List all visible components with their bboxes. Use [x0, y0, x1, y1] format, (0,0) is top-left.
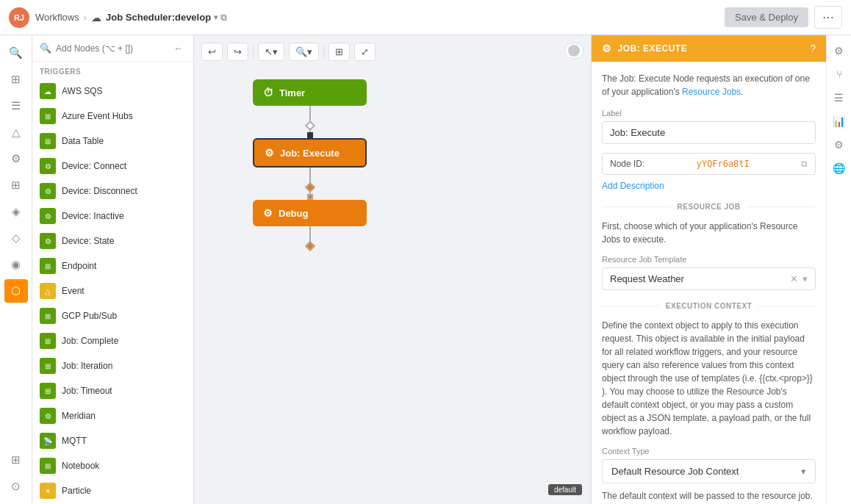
nav-nodes-icon[interactable]: ⬡ [4, 279, 28, 303]
device-disconnect-icon: ⚙ [40, 183, 56, 199]
nav-layers-icon[interactable]: ☰ [4, 94, 28, 118]
sidebar-item-device-disconnect[interactable]: ⚙ Device: Disconnect [32, 179, 193, 204]
sidebar-item-label: Particle [62, 486, 91, 496]
sidebar-nav-arrows: ← → [170, 41, 194, 55]
sidebar-item-job-timeout[interactable]: ⊞ Job: Timeout [32, 378, 193, 403]
sidebar-item-device-state[interactable]: ⚙ Device: State [32, 228, 193, 253]
sidebar-back-button[interactable]: ← [170, 41, 186, 55]
sidebar-item-notebook[interactable]: ⊞ Notebook [32, 453, 193, 478]
aws-sqs-icon: ☁ [40, 83, 56, 99]
more-options-button[interactable]: ⋯ [814, 6, 842, 29]
sidebar-item-label: Job: Iteration [62, 361, 112, 371]
far-right-globe-icon[interactable]: 🌐 [830, 159, 849, 178]
sidebar-item-data-table[interactable]: ⊞ Data Table [32, 129, 193, 154]
event-icon: △ [40, 283, 56, 299]
sidebar-item-label: Device: Disconnect [62, 186, 137, 196]
breadcrumb-workflows[interactable]: Workflows [35, 12, 79, 23]
canvas-nodes: ⏱ Timer ⚙ Job: Execute [253, 79, 367, 250]
sidebar-section-title: TRIGGERS [32, 62, 193, 79]
canvas-toolbar: ↩ ↪ ↖▾ 🔍▾ ⊞ ⤢ [201, 43, 376, 61]
job-complete-icon: ⊞ [40, 333, 56, 349]
cursor-tool-button[interactable]: ↖▾ [258, 43, 284, 61]
search-input[interactable] [56, 43, 166, 54]
far-right-branch-icon[interactable]: ⑂ [830, 65, 849, 84]
canvas-area[interactable]: ↩ ↪ ↖▾ 🔍▾ ⊞ ⤢ ⏱ Timer [194, 35, 591, 504]
right-panel-title-text: JOB: EXECUTE [618, 43, 688, 54]
expand-button[interactable]: ⤢ [354, 43, 376, 61]
nav-circle-icon[interactable]: ◉ [4, 253, 28, 276]
sidebar-item-mqtt[interactable]: 📡 MQTT [32, 428, 193, 453]
sidebar-item-device-connect[interactable]: ⚙ Device: Connect [32, 154, 193, 179]
sidebar-item-label: Azure Event Hubs [62, 111, 133, 121]
resource-job-template-value: Request Weather [610, 273, 684, 284]
redo-button[interactable]: ↪ [227, 43, 248, 61]
cloud-icon: ☁ [91, 12, 101, 24]
sidebar-item-event[interactable]: △ Event [32, 278, 193, 303]
timer-node-icon: ⏱ [263, 87, 273, 98]
nav-grid-icon[interactable]: ⊞ [4, 173, 28, 197]
copy-icon[interactable]: ⧉ [220, 12, 227, 23]
sidebar-item-particle[interactable]: ✴ Particle [32, 478, 193, 503]
far-right-cog-icon[interactable]: ⚙ [830, 135, 849, 154]
clear-template-button[interactable]: ✕ [790, 273, 798, 284]
save-deploy-button[interactable]: Save & Deploy [725, 7, 808, 27]
caret-down-icon[interactable]: ▾ [214, 13, 218, 21]
sidebar-item-label: Device: Inactive [62, 211, 124, 221]
nav-cog-icon[interactable]: ⚙ [4, 147, 28, 170]
resource-job-template-select[interactable]: Request Weather ✕ ▾ [602, 267, 816, 290]
add-node-button[interactable]: ⊞ [328, 43, 350, 61]
debug-node[interactable]: ⚙ Debug [253, 200, 367, 226]
resource-job-template-label: Resource Job Template [602, 255, 816, 264]
zoom-tool-button[interactable]: 🔍▾ [289, 43, 319, 61]
sidebar-item-label: Job: Timeout [62, 386, 112, 396]
nav-grid2-icon[interactable]: ⊞ [4, 448, 28, 472]
canvas-toggle[interactable] [564, 43, 584, 59]
job-execute-node-icon: ⚙ [265, 147, 274, 159]
sidebar-item-job-complete[interactable]: ⊞ Job: Complete [32, 328, 193, 353]
context-type-select[interactable]: Default Resource Job Context ▾ [602, 459, 816, 483]
sidebar-item-gcp[interactable]: ⊞ GCP Pub/Sub [32, 303, 193, 328]
copy-node-id-button[interactable]: ⧉ [801, 159, 808, 169]
right-panel-header-icon: ⚙ [602, 43, 612, 54]
execution-context-section-title: EXECUTION CONTEXT [666, 302, 752, 310]
node-id-row: Node ID: yYQFr6a8tI ⧉ [602, 153, 816, 175]
far-right-settings-icon[interactable]: ⚙ [830, 41, 849, 60]
sidebar-item-endpoint[interactable]: ⊞ Endpoint [32, 253, 193, 278]
sidebar-item-azure[interactable]: ⊞ Azure Event Hubs [32, 104, 193, 129]
job-execute-node[interactable]: ⚙ Job: Execute [253, 138, 367, 168]
nav-home-icon[interactable]: ⊞ [4, 68, 28, 91]
nav-alert-icon[interactable]: △ [4, 120, 28, 144]
far-right-stack-icon[interactable]: ☰ [830, 88, 849, 107]
default-badge: default [548, 484, 582, 495]
template-dropdown-arrow-icon: ▾ [802, 273, 808, 284]
resource-job-section-title: RESOURCE JOB [678, 203, 741, 211]
sidebar-item-meridian[interactable]: ⚙ Meridian [32, 403, 193, 428]
sidebar-item-job-iteration[interactable]: ⊞ Job: Iteration [32, 353, 193, 378]
gcp-icon: ⊞ [40, 308, 56, 324]
timer-node-label: Timer [279, 87, 305, 98]
label-input[interactable] [602, 121, 816, 144]
right-panel-body: The Job: Execute Node requests an execut… [592, 62, 826, 504]
context-type-value: Default Resource Job Context [611, 466, 739, 477]
sidebar-forward-button[interactable]: → [189, 41, 194, 55]
far-right-chart-icon[interactable]: 📊 [830, 112, 849, 131]
connector-diamond-2 [304, 182, 315, 192]
help-icon[interactable]: ? [810, 43, 816, 54]
sidebar-item-label: Device: Connect [62, 161, 126, 171]
azure-icon: ⊞ [40, 108, 56, 124]
sidebar-item-device-inactive[interactable]: ⚙ Device: Inactive [32, 204, 193, 228]
timer-node[interactable]: ⏱ Timer [253, 79, 367, 106]
device-connect-icon: ⚙ [40, 158, 56, 174]
main-layout: 🔍 ⊞ ☰ △ ⚙ ⊞ ◈ ◇ ◉ ⬡ ⊞ ⊙ 🔍 ← → TRIGGERS ☁… [0, 35, 851, 504]
add-description-button[interactable]: Add Description [602, 181, 816, 191]
label-field-label: Label [602, 109, 816, 118]
resource-jobs-link[interactable]: Resource Jobs [682, 87, 741, 97]
sidebar-item-label: Device: State [62, 236, 114, 246]
sidebar-item-aws-sqs[interactable]: ☁ AWS SQS [32, 79, 193, 104]
nav-globe-icon[interactable]: ⊙ [4, 475, 28, 498]
nav-diamond-icon[interactable]: ◇ [4, 226, 28, 250]
nav-filter-icon[interactable]: ◈ [4, 200, 28, 223]
nav-search-icon[interactable]: 🔍 [4, 41, 28, 65]
node-id-label: Node ID: [610, 159, 644, 169]
undo-button[interactable]: ↩ [201, 43, 223, 61]
